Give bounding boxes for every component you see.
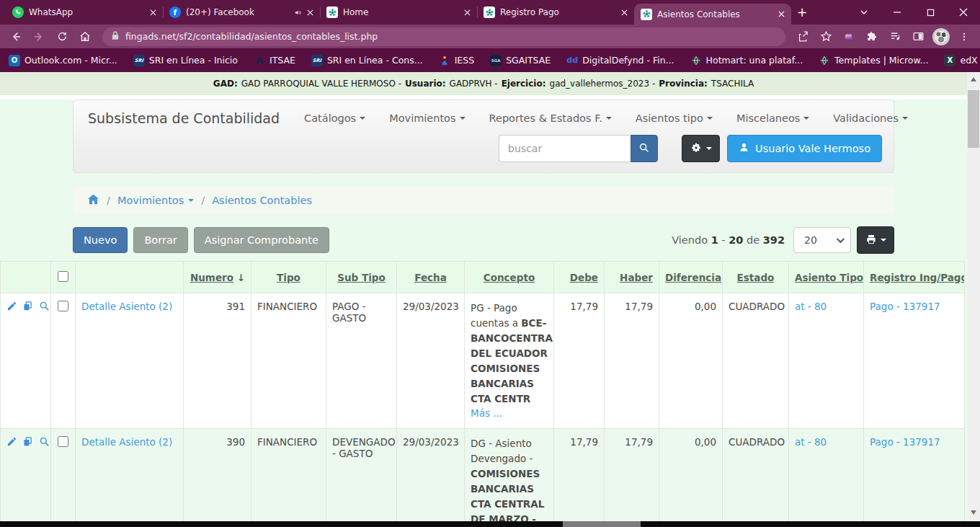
back-icon[interactable] (6, 27, 26, 47)
tab-registro-pago[interactable]: Registro Pago (477, 0, 634, 25)
breadcrumb-asientos-contables[interactable]: Asientos Contables (212, 195, 312, 206)
borrar-button[interactable]: Borrar (133, 227, 187, 253)
bookmark-hotmart[interactable]: Hotmart: una plataf... (690, 55, 803, 66)
detalle-asiento-link[interactable]: Detalle Asiento (2) (81, 436, 172, 448)
reading-list-icon[interactable] (885, 27, 905, 47)
col-header-estado[interactable]: Estado (723, 262, 789, 293)
close-icon[interactable] (778, 11, 785, 17)
settings-button[interactable] (682, 135, 720, 162)
col-header-registro-ing-pago[interactable]: Registro Ing/Pago (864, 262, 965, 293)
horizontal-scrollbar[interactable] (0, 521, 980, 527)
close-icon[interactable] (150, 9, 156, 16)
breadcrumb-home[interactable] (87, 194, 99, 207)
sgaitsae-icon: SGA (490, 55, 502, 66)
window-close-icon[interactable] (947, 0, 980, 25)
browser-menu-icon[interactable] (954, 27, 974, 47)
col-header-numero[interactable]: Numero ↓ (184, 262, 251, 293)
asiento-tipo-link[interactable]: at - 80 (795, 436, 827, 448)
side-panel-icon[interactable] (908, 27, 928, 47)
profile-avatar[interactable] (931, 27, 951, 47)
print-button[interactable] (857, 226, 894, 254)
bookmark-label: SGAITSAE (506, 55, 551, 66)
bookmark-edx[interactable]: X edX | Cursos en líne... (944, 55, 980, 66)
nuevo-button[interactable]: Nuevo (73, 227, 128, 253)
row-checkbox[interactable] (58, 301, 68, 311)
tab-audio-icon[interactable] (294, 9, 302, 17)
asiento-tipo-link[interactable]: at - 80 (795, 301, 827, 312)
cell-fecha: 29/03/2023 (397, 293, 465, 429)
search-input[interactable] (499, 135, 631, 162)
col-header-debe[interactable]: Debe (554, 262, 605, 293)
search-button[interactable] (631, 135, 658, 162)
tab-home[interactable]: Home (320, 0, 477, 25)
page-size-select[interactable]: 20 (793, 227, 851, 253)
edit-icon[interactable] (6, 438, 19, 449)
scroll-up-icon[interactable] (971, 77, 976, 81)
vertical-scrollbar[interactable] (967, 72, 980, 521)
bookmark-sri-inicio[interactable]: SRI SRI en Línea - Inicio (133, 55, 238, 66)
share-icon[interactable] (793, 27, 813, 47)
bookmark-templates[interactable]: Templates | Microw... (819, 55, 928, 66)
tab-facebook[interactable]: f (20+) Facebook (163, 0, 320, 25)
view-icon[interactable] (39, 302, 51, 314)
weather-extension-icon[interactable] (839, 27, 859, 47)
detalle-asiento-link[interactable]: Detalle Asiento (2) (81, 301, 172, 312)
maximize-icon[interactable] (914, 0, 947, 25)
col-header-haber[interactable]: Haber (605, 262, 659, 293)
copy-icon[interactable] (22, 438, 35, 449)
col-header-tipo[interactable]: Tipo (251, 262, 326, 293)
registro-pago-link[interactable]: Pago - 137917 (870, 436, 940, 448)
mas-link[interactable]: Más ... (471, 407, 502, 419)
col-header-fecha[interactable]: Fecha (397, 262, 465, 293)
bookmark-itsae[interactable]: A ITSAE (254, 55, 295, 66)
close-icon[interactable] (621, 9, 628, 16)
url-bar[interactable]: fingads.net/sf2/contabilidad/asientos_co… (102, 27, 785, 46)
tab-whatsapp[interactable]: WhatsApp (6, 0, 163, 25)
breadcrumb-movimientos[interactable]: Movimientos (117, 195, 194, 206)
edit-icon[interactable] (6, 302, 19, 314)
registro-pago-link[interactable]: Pago - 137917 (870, 301, 940, 312)
scroll-down-icon[interactable] (971, 510, 976, 515)
menu-movimientos[interactable]: Movimientos (389, 112, 465, 124)
menu-miscelaneos[interactable]: Miscelaneos (736, 112, 809, 124)
tab-search-chevron-icon[interactable] (847, 0, 881, 25)
tab-asientos-contables[interactable]: Asientos Contables (634, 4, 791, 25)
view-icon[interactable] (39, 438, 51, 449)
bookmark-star-icon[interactable] (816, 27, 836, 47)
select-all-checkbox[interactable] (58, 271, 68, 282)
copy-icon[interactable] (22, 302, 35, 314)
col-header-select (51, 262, 76, 293)
bookmark-digitaldefynd[interactable]: dd DigitalDefynd - Fin... (566, 55, 674, 66)
close-icon[interactable] (464, 9, 471, 16)
close-icon[interactable] (307, 9, 313, 16)
bookmark-outlook[interactable]: O Outlook.com - Micr... (9, 55, 117, 66)
extensions-puzzle-icon[interactable] (862, 27, 882, 47)
bookmark-sri-consultas[interactable]: SRI SRI en Línea - Cons... (311, 55, 423, 66)
actions-row: Nuevo Borrar Asignar Comprobante Viendo … (73, 226, 894, 254)
col-header-sub-tipo[interactable]: Sub Tipo (326, 262, 397, 293)
menu-validaciones[interactable]: Validaciones (833, 112, 907, 124)
chevron-down-icon (902, 117, 908, 120)
menu-asientos-tipo[interactable]: Asientos tipo (636, 112, 713, 124)
col-header-asiento-tipo[interactable]: Asiento Tipo (789, 262, 864, 293)
menu-reportes[interactable]: Reportes & Estados F. (489, 112, 612, 124)
forward-icon[interactable] (29, 27, 49, 47)
col-header-diferencia[interactable]: Diferencia (659, 262, 723, 293)
horizontal-scrollbar-thumb[interactable] (563, 521, 641, 527)
minimize-icon[interactable] (881, 0, 914, 25)
vertical-scrollbar-thumb[interactable] (968, 90, 979, 148)
new-tab-button[interactable]: + (791, 0, 813, 25)
col-header-concepto[interactable]: Concepto (465, 262, 554, 293)
bookmark-sgaitsae[interactable]: SGA SGAITSAE (490, 55, 551, 66)
reload-icon[interactable] (52, 27, 72, 47)
asignar-comprobante-button[interactable]: Asignar Comprobante (194, 227, 329, 253)
row-checkbox[interactable] (58, 436, 68, 447)
app-title[interactable]: Subsistema de Contabilidad (88, 110, 280, 126)
user-button[interactable]: Usuario Vale Hermoso (727, 135, 882, 162)
home-icon[interactable] (75, 27, 95, 47)
bookmark-iess[interactable]: IESS (439, 55, 474, 66)
menu-catalogos[interactable]: Catálogos (304, 112, 365, 124)
tab-title: Asientos Contables (657, 9, 773, 19)
digitaldefynd-icon: dd (566, 55, 578, 66)
usuario-label: Usuario: (405, 79, 446, 89)
